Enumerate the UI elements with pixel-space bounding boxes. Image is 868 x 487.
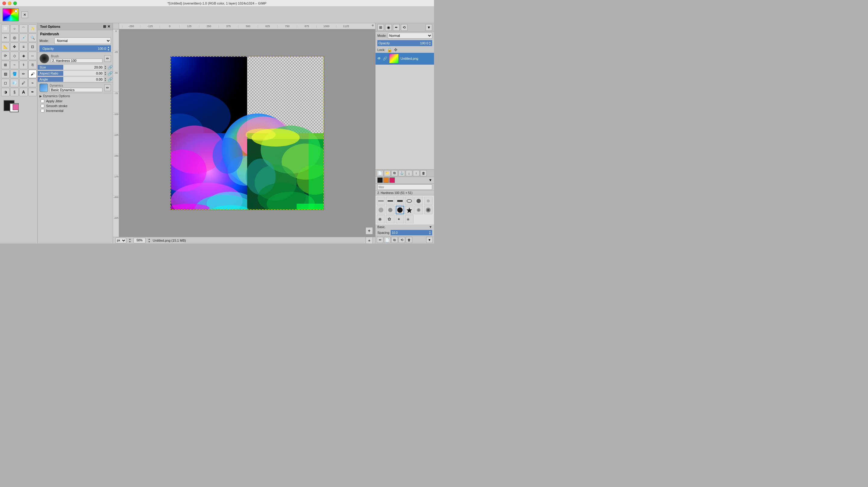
brush-item-6[interactable] [424, 197, 433, 205]
cage-transform-tool[interactable]: ⊞ [1, 61, 10, 69]
unit-select[interactable]: px cm in [116, 238, 126, 243]
size-value[interactable] [63, 65, 104, 70]
fuzzy-select-tool[interactable]: ✨ [28, 24, 37, 33]
brush-preview[interactable] [39, 54, 49, 63]
brush-refresh-btn[interactable]: ⟲ [398, 237, 405, 243]
minimize-button[interactable] [8, 1, 11, 5]
layer-chain-icon[interactable]: 🔗 [383, 56, 387, 61]
brush-item-4[interactable] [405, 197, 413, 205]
size-link-icon[interactable]: 🔗 [107, 65, 113, 70]
window-controls[interactable] [2, 1, 17, 5]
aspect-down-arrow[interactable]: ▼ [104, 73, 106, 76]
zoom-input[interactable] [133, 238, 146, 243]
color-picker-tool[interactable]: 💉 [19, 33, 28, 42]
brush-item-1[interactable] [377, 197, 385, 205]
size-spinners[interactable]: ▲ ▼ [104, 65, 106, 69]
scissors-tool[interactable]: ✂ [1, 33, 10, 42]
shear-tool[interactable]: ◇ [10, 52, 19, 60]
smudge-tool[interactable]: ≈ [28, 79, 37, 87]
right-opacity-down[interactable]: ▼ [429, 43, 431, 45]
clone-tool[interactable]: ⎘ [28, 61, 37, 69]
spacing-down[interactable]: ▼ [429, 233, 431, 235]
perspective-tool[interactable]: ◈ [19, 52, 28, 60]
brush-edit-button[interactable]: ✏ [104, 55, 111, 62]
brush-item-12[interactable] [424, 206, 433, 214]
brush-item-16[interactable]: ❀ [405, 215, 413, 223]
brush-item-15[interactable]: ✦ [396, 215, 404, 223]
brushes-panel-more[interactable]: ▼ [429, 178, 432, 182]
eraser-tool[interactable]: ◻ [1, 79, 10, 87]
panel-close-icon[interactable]: ✕ [107, 24, 110, 29]
maximize-button[interactable] [13, 1, 17, 5]
angle-value[interactable] [63, 77, 104, 82]
canvas-viewport[interactable]: + [119, 29, 375, 237]
move-layer-up-button[interactable]: ↑ [413, 170, 420, 176]
paintbrush-tool[interactable]: 🖌 [28, 70, 37, 78]
dynamics-edit-button[interactable]: ✏ [104, 85, 111, 91]
brush-item-5[interactable] [414, 197, 423, 205]
delete-layer-button[interactable]: 🗑 [420, 170, 427, 176]
opacity-arrows[interactable]: ▲ ▼ [107, 46, 110, 51]
brush-color-black[interactable] [377, 177, 383, 183]
history-icon[interactable]: ⟲ [401, 24, 407, 31]
airbrush-tool[interactable]: 💨 [10, 79, 19, 87]
brush-color-orange[interactable] [383, 177, 389, 183]
layer-visibility-icon[interactable]: 👁 [377, 56, 381, 61]
layer-item[interactable]: 👁 🔗 Untitled.png [375, 53, 434, 64]
palette-close[interactable] [14, 10, 18, 13]
opacity-up-arrow[interactable]: ▲ [107, 46, 110, 49]
right-opacity-spinners[interactable]: ▲ ▼ [429, 41, 431, 45]
right-opacity-up[interactable]: ▲ [429, 41, 431, 43]
brush-duplicate-btn[interactable]: ⧉ [391, 237, 398, 243]
ellipse-select-tool[interactable]: ○ [10, 24, 19, 33]
brush-color-pink[interactable] [390, 177, 395, 183]
foreground-select-tool[interactable]: ◎ [10, 33, 19, 42]
quick-mask-color[interactable] [13, 104, 19, 110]
mode-select[interactable]: Normal Dissolve Multiply Screen [54, 37, 111, 44]
zoom-spinners[interactable]: ▲ ▼ [148, 238, 150, 243]
brush-delete-btn[interactable]: 🗑 [406, 237, 412, 243]
brush-item-10-star[interactable] [405, 206, 413, 214]
right-top-more-icon[interactable]: ▼ [426, 24, 432, 31]
apply-jitter-checkbox[interactable] [41, 99, 44, 103]
new-layer-button[interactable]: 📄 [377, 170, 383, 176]
dodge-burn-tool[interactable]: ◑ [1, 88, 10, 96]
opacity-slider[interactable]: Opacity 100.0 ▲ ▼ [39, 45, 111, 52]
palette-window-close[interactable]: ✕ [22, 11, 28, 18]
free-select-tool[interactable]: ⌒ [19, 24, 28, 33]
paths-panel-icon[interactable]: ✒ [393, 24, 400, 31]
unit-spinners[interactable]: ▲ ▼ [129, 238, 131, 243]
opacity-down-arrow[interactable]: ▼ [107, 49, 110, 51]
angle-link-icon[interactable]: 🔗 [107, 77, 113, 82]
brush-item-11[interactable] [414, 206, 423, 214]
zoom-in-button[interactable]: + [366, 227, 373, 234]
lock-position-icon[interactable]: ✥ [394, 47, 398, 52]
dynamics-name-input[interactable] [50, 88, 102, 92]
brush-filter-input[interactable] [377, 184, 432, 190]
crop-tool[interactable]: ⊡ [28, 42, 37, 51]
dynamics-options-toggle[interactable]: ▶ Dynamics Options [38, 93, 113, 99]
brush-more-btn[interactable]: ▼ [426, 237, 433, 243]
move-tool[interactable]: ✥ [10, 42, 19, 51]
anchor-layer-button[interactable]: ⚓ [398, 170, 405, 176]
merge-down-button[interactable]: ↓ [406, 170, 412, 176]
transform-tool[interactable]: ⟳ [1, 52, 10, 60]
aspect-ratio-value[interactable] [63, 71, 104, 76]
close-button[interactable] [2, 1, 6, 5]
canvas-content[interactable] [170, 56, 324, 210]
angle-up-arrow[interactable]: ▲ [104, 77, 106, 79]
bucket-fill-tool[interactable]: 🪣 [10, 70, 19, 78]
lock-pixels-icon[interactable]: 🔒 [387, 47, 392, 52]
warp-transform-tool[interactable]: ~ [10, 61, 19, 69]
text-tool[interactable]: A [19, 88, 28, 96]
pencil-tool[interactable]: ✏ [19, 70, 28, 78]
layers-icon[interactable]: ⊞ [377, 24, 384, 31]
spacing-slider[interactable]: 10.0 ▲ ▼ [391, 230, 432, 235]
brush-edit-btn[interactable]: ✏ [377, 237, 383, 243]
brush-item-3[interactable] [396, 197, 404, 205]
measure-tool[interactable]: 📐 [1, 42, 10, 51]
angle-spinners[interactable]: ▲ ▼ [104, 77, 106, 82]
script-tool[interactable]: § [10, 88, 19, 96]
paths-tool[interactable]: ✒ [28, 88, 37, 96]
angle-down-arrow[interactable]: ▼ [104, 79, 106, 82]
